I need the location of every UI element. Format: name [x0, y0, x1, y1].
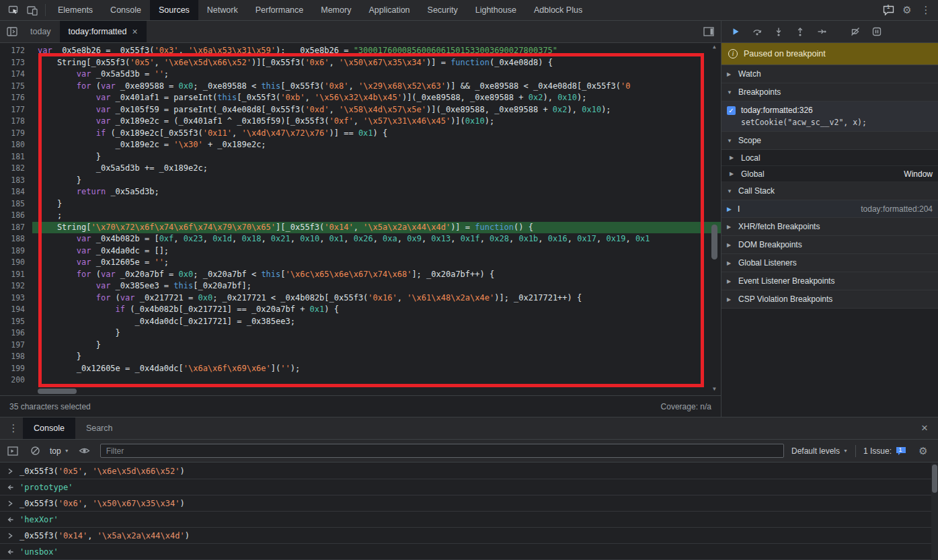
settings-gear-icon[interactable]: ⚙ [898, 1, 916, 19]
console-input-row[interactable]: _0x55f3('0x6', '\x50\x67\x35\x34') [0, 495, 931, 512]
editor-horizontal-scrollbar[interactable] [32, 387, 706, 395]
code-line-180[interactable]: 180 _0x189e2c = '\x30' + _0x189e2c; [0, 139, 721, 151]
step-over-icon[interactable] [748, 24, 766, 40]
code-line-196[interactable]: 196 } [0, 327, 721, 339]
dock-panel-icon[interactable] [699, 23, 718, 40]
line-number[interactable]: 176 [0, 92, 32, 104]
line-number[interactable]: 192 [0, 280, 32, 292]
scrollbar-thumb[interactable] [711, 225, 717, 259]
code-line-188[interactable]: 188 var _0x4b082b = [0xf, 0x23, 0x1d, 0x… [0, 233, 721, 245]
console-input-row[interactable]: _0x55f3('0x14', '\x5a\x2a\x44\x4d') [0, 528, 931, 544]
code-line-181[interactable]: 181 } [0, 151, 721, 163]
tab-search[interactable]: Search [75, 417, 124, 439]
code-line-191[interactable]: 191 for (var _0x20a7bf = 0x0; _0x20a7bf … [0, 269, 721, 281]
live-expression-eye-icon[interactable] [77, 442, 93, 460]
line-number[interactable]: 189 [0, 245, 32, 257]
line-number[interactable]: 183 [0, 175, 32, 187]
code-line-189[interactable]: 189 var _0x4da0dc = []; [0, 245, 721, 257]
section-xhr-fetch-breakpoints[interactable]: ▶XHR/fetch Breakpoints [721, 218, 938, 236]
tab-console[interactable]: Console [23, 417, 75, 439]
line-number[interactable]: 188 [0, 233, 32, 245]
section-global-listeners[interactable]: ▶Global Listeners [721, 254, 938, 272]
code-line-185[interactable]: 185 } [0, 198, 721, 210]
close-tab-icon[interactable]: × [132, 27, 137, 36]
file-tab-today-formatted[interactable]: today:formatted × [60, 21, 147, 42]
code-line-200[interactable]: 200 [0, 374, 721, 387]
messages-icon[interactable]: 1 [879, 1, 898, 19]
console-settings-gear-icon[interactable]: ⚙ [914, 442, 933, 460]
breakpoint-snippet[interactable]: setCookie("acw_sc__v2", x); [721, 116, 938, 127]
code-line-190[interactable]: 190 var _0x12605e = ''; [0, 257, 721, 269]
line-number[interactable]: 175 [0, 81, 32, 93]
file-tab-today[interactable]: today [22, 21, 60, 42]
code-line-184[interactable]: 184 return _0x5a5d3b; [0, 186, 721, 198]
line-number[interactable]: 174 [0, 69, 32, 81]
console-result-row[interactable]: 'hexXor' [0, 512, 931, 528]
tab-memory[interactable]: Memory [312, 0, 360, 20]
line-number[interactable]: 177 [0, 104, 32, 116]
context-selector[interactable]: top ▼ [50, 446, 69, 456]
scrollbar-thumb[interactable] [932, 465, 937, 493]
line-number[interactable]: 193 [0, 292, 32, 305]
line-number[interactable]: 191 [0, 269, 32, 281]
code-line-177[interactable]: 177 var _0x105f59 = parseInt(_0x4e08d8[_… [0, 104, 721, 116]
line-number[interactable]: 180 [0, 139, 32, 151]
breakpoint-checkbox[interactable]: ✓ [727, 106, 736, 115]
issues-counter[interactable]: 1 Issue: 1 [863, 446, 906, 456]
scroll-down-icon[interactable]: ▼ [713, 385, 716, 393]
drawer-menu-icon[interactable]: ⋮ [4, 419, 23, 437]
scroll-up-icon[interactable]: ▲ [713, 43, 716, 51]
line-number[interactable]: 173 [0, 57, 32, 69]
pause-on-exceptions-icon[interactable] [868, 24, 886, 40]
close-drawer-icon[interactable]: × [915, 419, 934, 437]
tab-performance[interactable]: Performance [247, 0, 313, 20]
code-line-193[interactable]: 193 for (var _0x217721 = 0x0; _0x217721 … [0, 292, 721, 305]
inspect-element-icon[interactable] [4, 1, 23, 19]
section-call-stack[interactable]: ▼ Call Stack [721, 182, 938, 200]
clear-console-icon[interactable] [28, 442, 42, 460]
scrollbar-track[interactable] [710, 51, 719, 385]
section-dom-breakpoints[interactable]: ▶DOM Breakpoints [721, 236, 938, 254]
code-line-176[interactable]: 176 var _0x401af1 = parseInt(this[_0x55f… [0, 92, 721, 104]
line-number[interactable]: 194 [0, 304, 32, 316]
section-event-listener-breakpoints[interactable]: ▶Event Listener Breakpoints [721, 272, 938, 290]
scrollbar-thumb[interactable] [38, 389, 77, 394]
console-result-row[interactable]: 'unsbox' [0, 544, 931, 560]
code-line-194[interactable]: 194 if (_0x4b082b[_0x217721] == _0x20a7b… [0, 304, 721, 316]
line-number[interactable]: 179 [0, 128, 32, 140]
console-sidebar-icon[interactable] [5, 442, 20, 460]
console-result-row[interactable]: 'prototype' [0, 479, 931, 495]
line-number[interactable]: 190 [0, 257, 32, 269]
more-options-icon[interactable]: ⋮ [916, 1, 935, 19]
breakpoint-entry[interactable]: ✓ today:formatted:326 setCookie("acw_sc_… [721, 102, 938, 132]
section-breakpoints[interactable]: ▼ Breakpoints [721, 83, 938, 102]
section-scope[interactable]: ▼ Scope [721, 132, 938, 150]
tab-adblock-plus[interactable]: Adblock Plus [525, 0, 591, 20]
tab-elements[interactable]: Elements [49, 0, 102, 20]
code-line-192[interactable]: 192 var _0x385ee3 = this[_0x20a7bf]; [0, 280, 721, 292]
line-number[interactable]: 187 [0, 222, 32, 234]
scope-local[interactable]: ▶ Local [721, 150, 938, 166]
code-line-173[interactable]: 173 String[_0x55f3('0x5', '\x6e\x5d\x66\… [0, 57, 721, 69]
console-filter-input[interactable] [100, 444, 784, 458]
code-line-195[interactable]: 195 _0x4da0dc[_0x217721] = _0x385ee3; [0, 316, 721, 328]
editor-vertical-scrollbar[interactable]: ▲ ▼ [710, 43, 719, 393]
section-watch[interactable]: ▶ Watch [721, 65, 938, 83]
tab-console[interactable]: Console [102, 0, 150, 20]
code-line-199[interactable]: 199 _0x12605e = _0x4da0dc['\x6a\x6f\x69\… [0, 363, 721, 375]
code-line-178[interactable]: 178 var _0x189e2c = (_0x401af1 ^ _0x105f… [0, 116, 721, 128]
line-number[interactable]: 199 [0, 363, 32, 375]
tab-application[interactable]: Application [360, 0, 418, 20]
line-number[interactable]: 184 [0, 186, 32, 198]
line-number[interactable]: 186 [0, 210, 32, 222]
call-stack-frame[interactable]: ▶ I today:formatted:204 [721, 200, 938, 218]
line-number[interactable]: 181 [0, 151, 32, 163]
line-number[interactable]: 178 [0, 116, 32, 128]
line-number[interactable]: 198 [0, 351, 32, 363]
code-line-172[interactable]: 172var _0x5e8b26 = _0x55f3('0x3', '\x6a\… [0, 45, 721, 57]
tab-sources[interactable]: Sources [150, 0, 198, 20]
code-line-174[interactable]: 174 var _0x5a5d3b = ''; [0, 69, 721, 81]
line-number[interactable]: 196 [0, 327, 32, 339]
code-line-197[interactable]: 197 } [0, 339, 721, 352]
code-line-175[interactable]: 175 for (var _0xe89588 = 0x0; _0xe89588 … [0, 81, 721, 93]
